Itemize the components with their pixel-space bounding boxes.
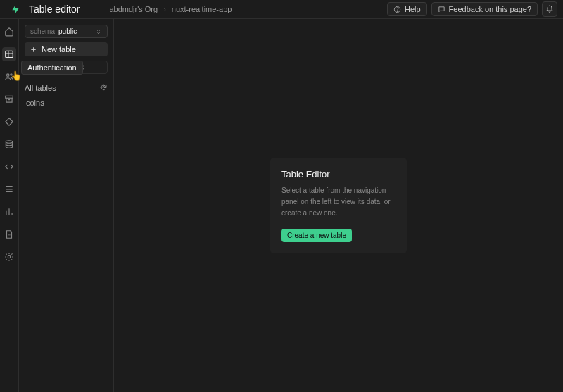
notifications-button[interactable] <box>542 1 557 17</box>
bell-icon <box>545 5 554 13</box>
refresh-button[interactable] <box>99 84 108 92</box>
svg-point-3 <box>7 74 10 77</box>
breadcrumb-project[interactable]: nuxt-realtime-app <box>172 5 232 13</box>
sidebar-item-sql[interactable] <box>2 160 16 174</box>
svg-point-6 <box>6 141 12 144</box>
section-label: All tables <box>25 84 56 92</box>
svg-rect-5 <box>6 96 13 98</box>
sidebar-item-home[interactable] <box>2 25 16 39</box>
sidebar-item-settings[interactable] <box>2 250 16 264</box>
svg-point-1 <box>397 11 398 11</box>
topbar: Table editor abdmdjr's Org › nuxt-realti… <box>0 0 563 19</box>
sidebar-item-reports[interactable] <box>2 205 16 219</box>
main-content: Table Editor Select a table from the nav… <box>114 19 563 392</box>
message-icon <box>438 6 445 13</box>
help-button[interactable]: Help <box>387 2 427 16</box>
sidebar-item-authentication[interactable] <box>2 70 16 84</box>
tables-section-header: All tables <box>25 84 108 92</box>
gear-icon <box>4 252 14 262</box>
chevron-right-icon: › <box>163 5 166 13</box>
feedback-label: Feedback on this page? <box>449 5 531 13</box>
breadcrumb-org[interactable]: abdmdjr's Org <box>109 5 158 13</box>
feedback-button[interactable]: Feedback on this page? <box>431 2 538 16</box>
top-actions: Help Feedback on this page? <box>387 1 557 17</box>
tooltip: Authentication <box>21 61 83 75</box>
table-item[interactable]: coins <box>25 96 108 109</box>
page-title: Table editor <box>29 4 80 15</box>
empty-state-card: Table Editor Select a table from the nav… <box>270 158 407 253</box>
list-icon <box>4 184 14 194</box>
explorer-panel: schema public New table All tables coins <box>19 19 114 392</box>
empty-state-description: Select a table from the navigation panel… <box>282 185 396 219</box>
sidebar-item-edge-functions[interactable] <box>2 115 16 129</box>
chevron-updown-icon <box>95 28 102 35</box>
supabase-logo-icon <box>11 4 20 14</box>
sidebar-item-logs[interactable] <box>2 227 16 241</box>
home-icon <box>4 27 14 37</box>
svg-point-4 <box>11 74 12 75</box>
file-icon <box>4 229 14 239</box>
create-table-button[interactable]: Create a new table <box>282 229 352 242</box>
svg-rect-2 <box>6 51 13 57</box>
help-label: Help <box>405 5 421 13</box>
schema-label: schema <box>30 27 55 35</box>
breadcrumb: abdmdjr's Org › nuxt-realtime-app <box>109 5 232 13</box>
refresh-icon <box>99 84 108 92</box>
sidebar-nav: Authentication 👆 <box>0 19 19 392</box>
empty-state-title: Table Editor <box>282 169 396 179</box>
plus-icon <box>30 46 37 53</box>
new-table-button[interactable]: New table <box>25 42 108 56</box>
sidebar-item-api[interactable] <box>2 182 16 196</box>
sidebar-item-database[interactable] <box>2 137 16 151</box>
sidebar-item-table-editor[interactable] <box>2 47 16 61</box>
sidebar-item-storage[interactable] <box>2 92 16 106</box>
tooltip-label: Authentication <box>27 63 77 72</box>
code-icon <box>4 162 14 172</box>
schema-value: public <box>58 27 77 35</box>
logo[interactable] <box>6 4 25 14</box>
new-table-label: New table <box>42 45 76 53</box>
users-icon <box>4 72 14 82</box>
bar-chart-icon <box>4 207 14 217</box>
database-icon <box>4 139 14 149</box>
svg-point-7 <box>8 255 11 258</box>
archive-icon <box>4 94 14 104</box>
diamond-icon <box>4 117 14 127</box>
schema-select[interactable]: schema public <box>25 25 108 38</box>
help-icon <box>393 6 401 13</box>
table-icon <box>4 49 14 59</box>
